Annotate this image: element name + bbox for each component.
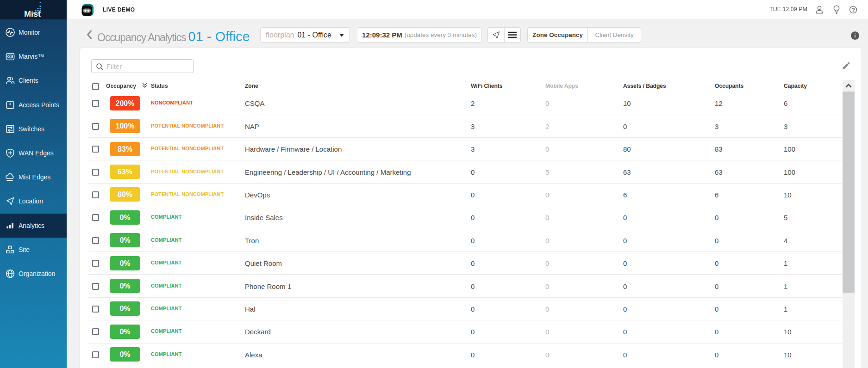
svg-text:?: ? — [851, 7, 855, 13]
